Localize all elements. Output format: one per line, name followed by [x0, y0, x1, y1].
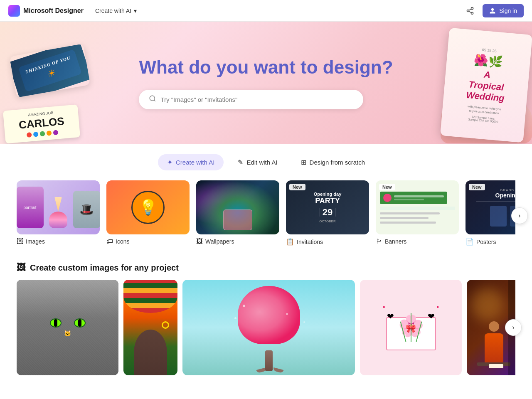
posters-icon: 📄	[466, 238, 474, 246]
search-input[interactable]	[160, 96, 353, 103]
category-img-images: portrait 🎩	[17, 180, 100, 234]
sign-in-button[interactable]: Sign in	[483, 4, 524, 17]
category-next-button[interactable]: ›	[511, 207, 528, 224]
share-icon	[466, 7, 474, 15]
category-item-icons[interactable]: 💡 🏷 Icons	[106, 180, 190, 246]
hero-title: What do you want to design?	[139, 57, 393, 79]
category-img-wallpapers	[196, 180, 279, 234]
nav-create-ai-label: Create with AI	[95, 7, 131, 14]
category-label-invitations: 📋 Invitations	[286, 238, 369, 246]
tab-create-ai-label: Create with AI	[176, 159, 214, 166]
tab-design-scratch-label: Design from scratch	[310, 159, 365, 166]
icons-icon: 🏷	[106, 238, 113, 245]
wallpapers-icon: 🖼	[196, 238, 203, 245]
svg-line-3	[469, 11, 471, 12]
logo-link[interactable]: Microsoft Designer	[8, 5, 84, 17]
category-label-banners: 🏳 Banners	[376, 238, 459, 245]
images-icon: 🖼	[17, 238, 23, 245]
category-img-posters: New GRAND Opening	[466, 180, 515, 234]
category-row: portrait 🎩 🖼 Images	[17, 180, 515, 246]
custom-images-section: 🖼 Create custom images for any project	[0, 254, 532, 384]
grid-icon: ⊞	[301, 158, 306, 166]
category-label-posters: 📄 Posters	[466, 238, 515, 246]
logo-icon	[8, 5, 20, 17]
category-section: portrait 🎩 🖼 Images	[0, 180, 532, 254]
category-item-posters[interactable]: New GRAND Opening 📄 Posters	[466, 180, 515, 246]
category-img-invitations: New Opening day party 29 OCTOBER	[286, 180, 369, 234]
gallery-item-tree[interactable]	[182, 280, 355, 375]
share-button[interactable]	[463, 3, 478, 18]
tab-design-scratch[interactable]: ⊞ Design from scratch	[292, 154, 374, 170]
category-img-icons: 💡	[106, 180, 190, 234]
lightbulb-icon-display: 💡	[131, 191, 165, 224]
hero-section: THINKING OF YOU ☀ AMAZING JOB CARLOS Wha…	[0, 22, 532, 144]
new-badge-banners: New	[379, 184, 395, 190]
header: Microsoft Designer Create with AI ▾ Sign…	[0, 0, 532, 22]
category-label-images: 🖼 Images	[17, 238, 100, 245]
category-item-banners[interactable]: New 🏳 Banners	[376, 180, 459, 246]
category-item-wallpapers[interactable]: 🖼 Wallpapers	[196, 180, 279, 246]
search-bar	[139, 90, 363, 109]
tabs-section: ✦ Create with AI ✎ Edit with AI ⊞ Design…	[0, 144, 532, 180]
category-item-invitations[interactable]: New Opening day party 29 OCTOBER 📋 Invit…	[286, 180, 369, 246]
hero-left-cards: THINKING OF YOU ☀ AMAZING JOB CARLOS	[12, 58, 87, 140]
chevron-down-icon: ▾	[134, 7, 137, 14]
svg-line-4	[469, 9, 471, 10]
gallery-item-cat[interactable]: 🐱	[17, 280, 118, 375]
tropical-card-title: ATropicalWedding	[466, 68, 507, 104]
sign-in-label: Sign in	[499, 7, 517, 14]
svg-point-1	[467, 10, 469, 12]
header-nav: Create with AI ▾	[90, 5, 463, 17]
tab-create-ai[interactable]: ✦ Create with AI	[158, 154, 224, 170]
sparkle-icon: ✦	[167, 158, 172, 166]
hero-content: What do you want to design?	[139, 57, 393, 110]
banners-icon: 🏳	[376, 238, 382, 245]
nav-create-ai[interactable]: Create with AI ▾	[90, 5, 142, 17]
edit-icon: ✎	[238, 158, 243, 166]
tab-edit-ai[interactable]: ✎ Edit with AI	[229, 154, 286, 170]
invitations-icon: 📋	[286, 238, 294, 246]
tab-edit-ai-label: Edit with AI	[246, 159, 277, 166]
search-icon	[149, 95, 156, 104]
new-badge-invitations: New	[289, 184, 305, 190]
section-header: 🖼 Create custom images for any project	[17, 262, 515, 273]
image-gallery: 🐱	[17, 280, 515, 375]
category-item-images[interactable]: portrait 🎩 🖼 Images	[17, 180, 100, 246]
category-label-wallpapers: 🖼 Wallpapers	[196, 238, 279, 245]
gallery-next-button[interactable]: ›	[505, 319, 522, 336]
gallery-item-flowers[interactable]: 🌸 ❤ ❤ • • 🎀	[360, 280, 462, 375]
category-label-icons: 🏷 Icons	[106, 238, 190, 245]
svg-point-5	[150, 96, 155, 101]
image-section-icon: 🖼	[17, 262, 26, 273]
person-icon	[489, 7, 496, 14]
category-img-banners: New	[376, 180, 459, 234]
svg-point-2	[471, 12, 473, 14]
header-actions: Sign in	[463, 3, 524, 18]
logo-text: Microsoft Designer	[23, 7, 84, 15]
thinking-card: THINKING OF YOU ☀	[10, 44, 91, 98]
new-badge-posters: New	[469, 184, 485, 190]
section-title: Create custom images for any project	[30, 263, 179, 273]
svg-point-0	[471, 7, 473, 9]
svg-line-6	[154, 100, 155, 101]
hero-right-cards: 05 15 26 🌺🌿 ATropicalWedding with pleasu…	[445, 30, 520, 140]
gallery-item-portrait[interactable]	[123, 280, 177, 375]
